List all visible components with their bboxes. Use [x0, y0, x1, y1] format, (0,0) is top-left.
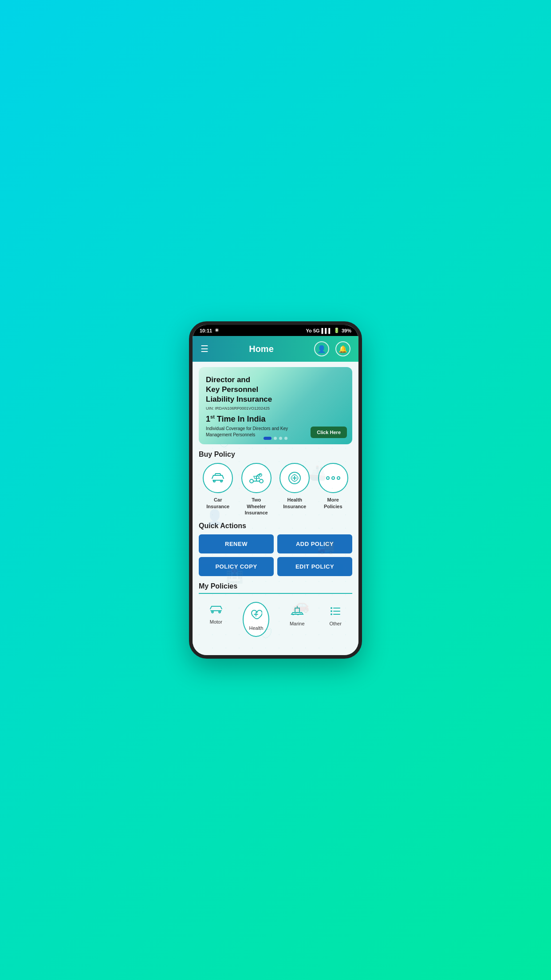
buy-policy-icons-row: CarInsurance TwoWheelerInsurance	[197, 463, 354, 516]
tab-health[interactable]: Health	[243, 602, 269, 637]
motor-tab-icon	[209, 605, 223, 617]
tab-marine[interactable]: Marine	[285, 602, 309, 637]
main-content: 🚗 🏠 🛵 🛡 🚢 👤 🚚 🏥 🚗 🛡 Director andKey Pers…	[193, 362, 358, 655]
svg-point-10	[219, 611, 220, 613]
more-policies-label: MorePolicies	[324, 497, 342, 510]
buy-health-insurance[interactable]: HealthInsurance	[279, 463, 310, 516]
tab-motor[interactable]: Motor	[205, 602, 227, 637]
promo-banner: Director andKey PersonnelLiability Insur…	[199, 367, 352, 444]
banner-click-here-button[interactable]: Click Here	[311, 427, 347, 438]
tab-other[interactable]: Other	[325, 602, 346, 637]
status-bar: 10:11 ✳ Yo 5G ▌▌▌ 🔋 39%	[193, 325, 358, 336]
other-tab-label: Other	[329, 621, 342, 626]
svg-point-15	[331, 613, 332, 615]
health-insurance-label: HealthInsurance	[283, 497, 306, 510]
buy-policy-title: Buy Policy	[199, 450, 352, 458]
quick-actions-title: Quick Actions	[199, 522, 346, 530]
marine-tab-label: Marine	[290, 621, 305, 626]
quick-actions-grid: RENEW ADD POLICY POLICY COPY EDIT POLICY	[199, 534, 352, 576]
health-tab-icon	[250, 608, 262, 623]
svg-point-6	[327, 477, 329, 479]
two-wheeler-insurance-label: TwoWheelerInsurance	[245, 497, 268, 516]
banner-sub: Individual Coverage for Directors and Ke…	[206, 426, 289, 438]
two-wheeler-insurance-icon-circle	[241, 463, 272, 493]
svg-point-13	[331, 610, 332, 612]
car-insurance-icon-circle	[203, 463, 233, 493]
health-tab-label: Health	[249, 625, 263, 631]
motor-tab-label: Motor	[210, 619, 222, 624]
more-policies-icon-circle	[318, 463, 348, 493]
policy-copy-button[interactable]: POLICY COPY	[199, 557, 274, 576]
add-policy-button[interactable]: ADD POLICY	[277, 534, 352, 553]
svg-point-3	[260, 479, 263, 483]
status-time: 10:11	[200, 328, 212, 333]
my-policies-tabs: Motor Health	[193, 598, 358, 640]
bell-icon: 🔔	[338, 345, 347, 353]
svg-point-9	[212, 611, 213, 613]
signal-icon: ▌▌▌	[322, 328, 332, 333]
banner-title: Director andKey PersonnelLiability Insur…	[206, 375, 345, 404]
banner-uin: UIN: IRDAN106RP0001VO1202425	[206, 406, 345, 411]
app-header: ☰ Home 👤 🔔	[193, 336, 358, 362]
marine-tab-icon	[291, 605, 304, 619]
notification-bell-button[interactable]: 🔔	[335, 341, 350, 356]
renew-button[interactable]: RENEW	[199, 534, 274, 553]
buy-two-wheeler-insurance[interactable]: TwoWheelerInsurance	[241, 463, 272, 516]
profile-icon: 👤	[317, 345, 326, 353]
battery-icon: 🔋	[334, 328, 340, 333]
car-insurance-label: CarInsurance	[206, 497, 229, 510]
pinwheel-icon: ✳	[215, 328, 219, 333]
network-indicator: Yo 5G	[306, 328, 320, 333]
my-policies-title: My Policies	[199, 582, 352, 594]
other-tab-icon	[329, 605, 342, 619]
buy-more-policies[interactable]: MorePolicies	[318, 463, 348, 516]
banner-tagline: 1st Time In India	[206, 414, 345, 424]
buy-car-insurance[interactable]: CarInsurance	[203, 463, 233, 516]
svg-point-2	[250, 479, 253, 483]
svg-point-7	[332, 477, 335, 479]
health-insurance-icon-circle	[279, 463, 310, 493]
quick-actions-section: Quick Actions RENEW ADD POLICY POLICY CO…	[199, 522, 352, 576]
phone-frame: 10:11 ✳ Yo 5G ▌▌▌ 🔋 39% ☰ Home 👤 🔔 🚗 🏠	[189, 321, 362, 659]
svg-point-11	[331, 607, 332, 609]
header-action-icons: 👤 🔔	[314, 341, 350, 356]
edit-policy-button[interactable]: EDIT POLICY	[277, 557, 352, 576]
battery-percentage: 39%	[342, 328, 351, 333]
svg-point-8	[337, 477, 340, 479]
hamburger-menu-icon[interactable]: ☰	[201, 344, 209, 354]
header-title: Home	[249, 344, 274, 354]
profile-icon-button[interactable]: 👤	[314, 341, 329, 356]
